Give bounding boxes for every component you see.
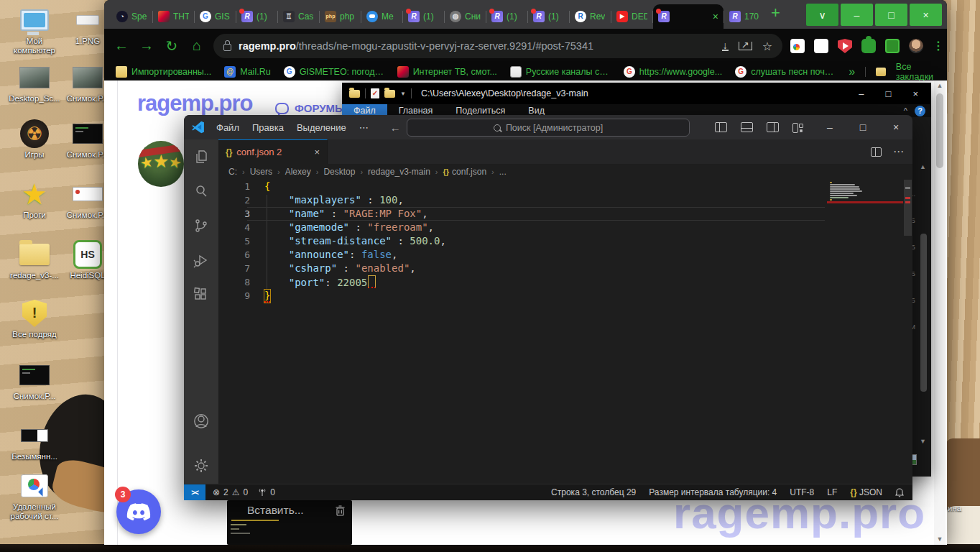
split-editor-icon[interactable] [871,147,882,157]
browser-tab[interactable]: RRev [570,4,611,29]
back-icon[interactable]: ← [113,37,130,55]
collapse-ribbon-button[interactable]: ^ [904,106,907,115]
green-square-extension-icon[interactable] [885,39,900,53]
scrollbar-thumb[interactable] [936,93,943,168]
account-icon[interactable] [193,413,210,430]
code-line[interactable]: 7 "csharp" : "enabled", [218,262,912,275]
breadcrumb-item[interactable]: C: [228,167,237,177]
share-icon[interactable]: ↗ [739,42,752,50]
desktop-icon[interactable]: Снимок.Р... [9,359,60,401]
notifications-bell-icon[interactable] [895,488,904,497]
customize-layout-icon[interactable] [792,123,803,132]
menu-chevron-icon[interactable]: ∨ [806,4,838,26]
menu-Правка[interactable]: Правка [246,119,290,136]
settings-gear-icon[interactable] [193,457,210,474]
folder-icon[interactable] [349,90,360,98]
search-icon[interactable] [193,183,210,200]
desktop-icon[interactable]: !Все подряд [9,298,60,339]
editor-tab-confjson[interactable]: {} conf.json 2 × [218,139,328,164]
breadcrumb-item[interactable]: {}conf.json [443,167,486,177]
code-line[interactable]: 1{ [218,180,912,193]
browser-tab[interactable]: phpphp [320,4,361,29]
scroll-up-arrow[interactable]: ▲ [920,163,926,170]
browser-tab[interactable]: ▶DED [611,4,652,29]
browser-tab[interactable]: ◍Сни [445,4,486,29]
desktop-icon-label-fragment[interactable]: ина [948,504,961,512]
page-scrollbar[interactable]: ▲ ▼ [934,80,946,545]
scroll-up-arrow[interactable]: ▲ [937,82,943,89]
nav-back-button[interactable]: ← [385,121,406,134]
browser-tab[interactable]: R(1) [403,4,444,29]
url-text[interactable]: ragemp.pro/threads/ne-mogu-zapustit-v-pe… [239,40,715,52]
desktop-icon[interactable]: Удаленный рабочий ст... [9,470,60,521]
extensions-icon[interactable] [193,286,210,303]
toggle-panel-icon[interactable] [741,122,753,132]
tab-close-icon[interactable]: × [314,147,320,157]
desktop-icon[interactable]: Мой компьютер [9,4,60,55]
lock-icon[interactable] [223,44,231,51]
maximize-icon[interactable]: □ [846,115,879,139]
desktop-icon[interactable]: ☢Игры [9,118,60,160]
menu-Выделение[interactable]: Выделение [290,119,353,136]
scroll-down-arrow[interactable]: ▼ [920,438,926,445]
help-button[interactable]: ? [915,106,925,116]
folder-icon[interactable] [384,90,395,98]
minimize-icon[interactable]: – [813,115,846,139]
code-line[interactable]: 8 "port": 22005 [218,275,912,289]
all-bookmarks-button[interactable]: Все закладки [896,62,935,82]
code-line[interactable]: 2 "maxplayers" : 100, [218,193,912,207]
browser-tab[interactable]: ♖Cas [278,4,319,29]
breadcrumb-item[interactable]: Users [250,167,272,177]
paste-button[interactable]: Вставить... [247,504,304,517]
explorer-icon[interactable] [193,148,210,165]
home-icon[interactable]: ⌂ [188,37,205,55]
bookmark-star-icon[interactable]: ☆ [762,40,772,53]
cursor-position[interactable]: Строка 3, столбец 29 [551,487,636,497]
desktop-icon[interactable]: ★Проги [9,178,60,220]
minimize-icon[interactable]: – [859,88,864,99]
editor-more-actions[interactable]: ⋯ [893,145,904,158]
breadcrumb-item[interactable]: ... [499,167,507,177]
code-line[interactable]: 6 "announce": false, [218,248,912,262]
browser-tab[interactable]: R(1) [486,4,527,29]
eol-setting[interactable]: LF [827,487,837,497]
bookmarks-overflow-button[interactable]: » [849,65,855,78]
source-control-icon[interactable] [193,217,210,234]
command-center-search[interactable]: Поиск [Администратор] [407,119,690,137]
bookmark-item[interactable]: Импортированны... [116,66,211,78]
scroll-down-arrow[interactable]: ▼ [937,535,943,543]
profile-avatar[interactable] [909,39,923,53]
browser-tab[interactable]: R× [653,4,724,29]
desktop-icon[interactable]: Безымянн... [9,420,60,461]
forward-icon[interactable]: → [138,37,155,55]
browser-tab[interactable]: R170 [724,4,765,29]
menu-dots-icon[interactable]: ⋮ [933,44,938,48]
forum-logo[interactable]: ragemp.pro [137,91,253,116]
ports-indicator[interactable]: 0 [258,487,275,497]
code-editor[interactable]: 1{2 "maxplayers" : 100,3 "name" : "RAGE:… [218,180,912,484]
language-mode[interactable]: {} JSON [850,487,882,497]
browser-tab[interactable]: ◔Spe [111,4,152,29]
address-bar[interactable]: ragemp.pro/threads/ne-mogu-zapustit-v-pe… [213,34,782,58]
tab-close-icon[interactable]: × [713,11,718,22]
bookmark-item[interactable]: GGISMETEO: погода... [284,66,384,78]
code-line[interactable]: 5 "stream-distance" : 500.0, [218,234,912,248]
menu-Файл[interactable]: Файл [210,119,246,136]
browser-tab[interactable]: R(1) [528,4,569,29]
bookmark-item[interactable]: Русские каналы см... [510,66,611,78]
desktop-icon[interactable]: redage_v3-... [9,239,60,280]
maximize-icon[interactable]: □ [875,4,907,26]
browser-tab[interactable]: R(1) [236,4,277,29]
bookmark-item[interactable]: Gслушать песн поче... [735,66,836,78]
breadcrumb-item[interactable]: Desktop [323,167,355,177]
browser-tab[interactable]: Me [361,4,402,29]
qr-extension-icon[interactable] [814,39,828,53]
maximize-icon[interactable]: □ [886,88,892,99]
run-debug-icon[interactable] [193,252,210,269]
toggle-sidebar-icon[interactable] [715,122,727,132]
download-icon[interactable]: ↓ [722,41,729,51]
breadcrumb-item[interactable]: redage_v3-main [368,167,430,177]
checked-doc-icon[interactable]: ✓ [371,88,379,98]
toggle-secondary-sidebar-icon[interactable] [767,122,779,132]
puzzle-extension-icon[interactable] [861,39,876,53]
